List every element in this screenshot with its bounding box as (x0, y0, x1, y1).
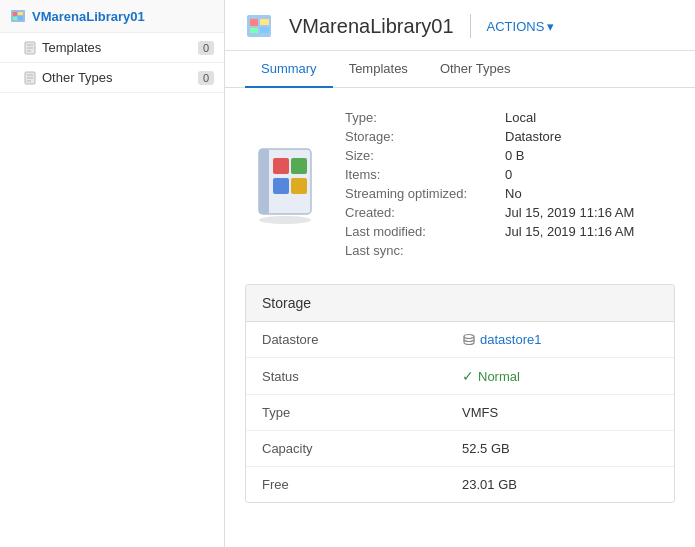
tab-bar: Summary Templates Other Types (225, 51, 695, 88)
svg-rect-15 (250, 28, 258, 33)
database-icon (462, 333, 476, 347)
info-label-created: Created: (345, 205, 505, 220)
info-row-type: Type: Local (345, 108, 675, 127)
info-value-items: 0 (505, 167, 512, 182)
content-area: Type: Local Storage: Datastore Size: 0 B… (225, 88, 695, 547)
sidebar: VMarenaLibrary01 Templates 0 Other Types (0, 0, 225, 547)
storage-row-free: Free 23.01 GB (246, 467, 674, 503)
sidebar-item-templates[interactable]: Templates 0 (0, 33, 224, 63)
svg-rect-19 (259, 149, 269, 214)
info-row-created: Created: Jul 15, 2019 11:16 AM (345, 203, 675, 222)
info-value-type: Local (505, 110, 536, 125)
sidebar-item-other-types[interactable]: Other Types 0 (0, 63, 224, 93)
info-label-type: Type: (345, 110, 505, 125)
sidebar-header: VMarenaLibrary01 (0, 0, 224, 33)
library-icon (10, 8, 26, 24)
info-value-size: 0 B (505, 148, 525, 163)
storage-label-status: Status (246, 358, 446, 395)
storage-value-free: 23.01 GB (446, 467, 674, 503)
datastore-link[interactable]: datastore1 (462, 332, 658, 347)
info-row-size: Size: 0 B (345, 146, 675, 165)
info-label-streaming: Streaming optimized: (345, 186, 505, 201)
tab-other-types[interactable]: Other Types (424, 51, 527, 88)
storage-value-type: VMFS (446, 395, 674, 431)
info-row-streaming: Streaming optimized: No (345, 184, 675, 203)
storage-table: Datastore datastore1 (246, 322, 674, 502)
tab-templates[interactable]: Templates (333, 51, 424, 88)
storage-row-type: Type VMFS (246, 395, 674, 431)
info-value-created: Jul 15, 2019 11:16 AM (505, 205, 634, 220)
info-table: Type: Local Storage: Datastore Size: 0 B… (345, 108, 675, 260)
storage-header: Storage (246, 285, 674, 322)
svg-point-24 (259, 216, 311, 224)
info-row-sync: Last sync: (345, 241, 675, 260)
sidebar-item-other-types-badge: 0 (198, 71, 214, 85)
page-title: VMarenaLibrary01 (289, 15, 454, 38)
info-label-size: Size: (345, 148, 505, 163)
check-icon: ✓ (462, 368, 474, 384)
info-value-modified: Jul 15, 2019 11:16 AM (505, 224, 634, 239)
sidebar-header-label: VMarenaLibrary01 (32, 9, 145, 24)
svg-rect-17 (260, 27, 269, 33)
info-value-storage: Datastore (505, 129, 561, 144)
svg-point-25 (464, 334, 474, 338)
svg-rect-20 (273, 158, 289, 174)
svg-rect-4 (18, 16, 23, 20)
info-value-streaming: No (505, 186, 522, 201)
storage-label-datastore: Datastore (246, 322, 446, 358)
info-label-modified: Last modified: (345, 224, 505, 239)
storage-label-type: Type (246, 395, 446, 431)
storage-value-datastore: datastore1 (446, 322, 674, 358)
svg-rect-21 (291, 158, 307, 174)
info-row-items: Items: 0 (345, 165, 675, 184)
main-panel: VMarenaLibrary01 ACTIONS ▾ Summary Templ… (225, 0, 695, 547)
storage-value-status: ✓ Normal (446, 358, 674, 395)
sidebar-item-templates-badge: 0 (198, 41, 214, 55)
storage-value-capacity: 52.5 GB (446, 431, 674, 467)
sidebar-item-templates-label: Templates (42, 40, 101, 55)
svg-rect-14 (250, 19, 258, 26)
info-label-sync: Last sync: (345, 243, 505, 258)
library-thumbnail (245, 108, 325, 260)
main-header: VMarenaLibrary01 ACTIONS ▾ (225, 0, 695, 51)
storage-row-capacity: Capacity 52.5 GB (246, 431, 674, 467)
storage-row-datastore: Datastore datastore1 (246, 322, 674, 358)
info-label-storage: Storage: (345, 129, 505, 144)
svg-rect-23 (291, 178, 307, 194)
summary-section: Type: Local Storage: Datastore Size: 0 B… (245, 108, 675, 260)
svg-rect-3 (18, 12, 23, 15)
main-library-icon (245, 12, 273, 40)
info-row-modified: Last modified: Jul 15, 2019 11:16 AM (345, 222, 675, 241)
svg-rect-16 (260, 19, 269, 25)
svg-rect-2 (13, 17, 17, 20)
sidebar-item-other-types-label: Other Types (42, 70, 113, 85)
actions-button[interactable]: ACTIONS ▾ (487, 19, 555, 34)
header-divider (470, 14, 471, 38)
storage-row-status: Status ✓ Normal (246, 358, 674, 395)
template-icon (24, 41, 36, 55)
info-label-items: Items: (345, 167, 505, 182)
tab-summary[interactable]: Summary (245, 51, 333, 88)
info-row-storage: Storage: Datastore (345, 127, 675, 146)
svg-rect-22 (273, 178, 289, 194)
storage-label-free: Free (246, 467, 446, 503)
storage-section: Storage Datastore datastor (245, 284, 675, 503)
storage-label-capacity: Capacity (246, 431, 446, 467)
svg-rect-1 (13, 12, 17, 16)
other-types-icon (24, 71, 36, 85)
library-large-icon (251, 144, 319, 224)
